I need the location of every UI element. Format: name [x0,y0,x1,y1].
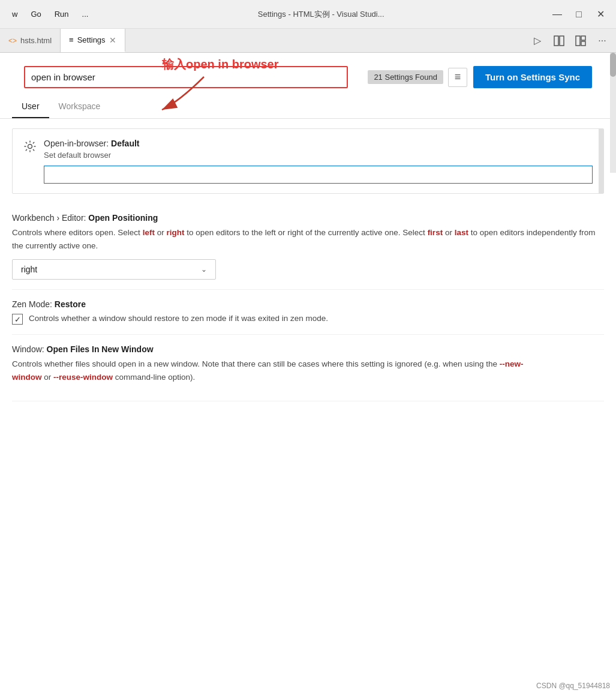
keyword-new-window: --new- [500,359,524,368]
zen-checkbox-row: ✓ Controls whether a window should resto… [12,313,604,325]
tab-settings[interactable]: ≡ Settings ✕ [61,29,125,52]
setting-desc-positioning: Controls where editors open. Select left… [12,226,604,252]
run-button[interactable]: ▷ [528,32,546,50]
setting-card-body: Open-in-browser: Default Set default bro… [44,139,593,184]
settings-found-area: 21 Settings Found ≡ [368,68,467,87]
positioning-dropdown[interactable]: right ⌄ [12,259,216,280]
zen-checkbox[interactable]: ✓ [12,314,23,325]
keyword-window: window [12,373,42,382]
setting-desc-new-window: Controls whether files should open in a … [12,358,604,383]
tab-user[interactable]: User [12,95,49,118]
title-bar: w Go Run ... Settings - HTML实例 - Visual … [0,0,616,29]
keyword-left: left [143,228,155,237]
tab-bar: <> hsts.html ≡ Settings ✕ ▷ ··· [0,29,616,53]
scrollbar-indicator [599,129,603,193]
keyword-first: first [428,228,443,237]
menu-more[interactable]: ... [76,7,95,21]
menu-w[interactable]: w [6,7,23,21]
keyword-reuse-window: --reuse-window [53,373,113,382]
layout-button[interactable] [550,32,568,50]
setting-title-zen: Zen Mode: Restore [12,299,604,309]
minimize-button[interactable]: — [548,5,567,24]
tab-actions: ▷ ··· [524,32,616,50]
filter-icon[interactable]: ≡ [448,68,467,87]
menu-go[interactable]: Go [25,7,47,21]
menu-bar: w Go Run ... [6,7,94,21]
settings-content: Open-in-browser: Default Set default bro… [0,119,616,411]
tab-hsts-icon: <> [8,37,17,45]
dropdown-arrow-icon: ⌄ [201,265,207,274]
menu-run[interactable]: Run [49,7,75,21]
search-bar: 21 Settings Found ≡ Turn on Settings Syn… [12,59,604,95]
watermark: CSDN @qq_51944818 [536,682,610,690]
annotation-text-en: open in browser [186,58,278,71]
svg-point-6 [28,145,32,149]
setting-zen-mode: Zen Mode: Restore ✓ Controls whether a w… [12,290,604,335]
scrollbar-track[interactable] [610,53,616,173]
sync-button[interactable]: Turn on Settings Sync [473,66,592,88]
setting-card-header: Open-in-browser: Default Set default bro… [23,139,593,184]
svg-rect-2 [576,36,580,46]
svg-rect-3 [581,36,585,40]
settings-tabs: User Workspace [0,95,616,119]
tab-settings-label: Settings [77,35,106,44]
keyword-last: last [455,228,468,237]
svg-rect-1 [560,36,564,46]
tab-hsts[interactable]: <> hsts.html [0,29,61,52]
setting-input-open-in-browser[interactable] [44,166,593,184]
tab-settings-icon: ≡ [69,35,74,44]
annotation-text: 输入open in browser [162,56,278,73]
checkbox-check-icon: ✓ [14,315,21,324]
scrollbar-thumb[interactable] [610,53,616,77]
svg-rect-0 [554,36,558,46]
setting-title-positioning: Workbench › Editor: Open Positioning [12,213,604,223]
more-button[interactable]: ··· [593,32,611,50]
annotation-area: 输入open in browser 21 Settings Found ≡ Tu… [0,53,616,95]
close-button[interactable]: ✕ [591,5,610,24]
tab-settings-close[interactable]: ✕ [109,36,116,44]
setting-gear-icon [23,140,37,156]
settings-tab-group: User Workspace [12,95,110,118]
setting-desc-open-in-browser: Set default browser [44,151,593,160]
split-button[interactable] [572,32,590,50]
setting-title-open-in-browser: Open-in-browser: Default [44,139,593,148]
settings-found-badge: 21 Settings Found [368,70,443,84]
setting-title-new-window: Window: Open Files In New Window [12,344,604,354]
keyword-right: right [166,228,184,237]
zen-checkbox-label: Controls whether a window should restore… [29,313,328,325]
tab-workspace[interactable]: Workspace [49,95,110,118]
dropdown-value: right [21,265,37,274]
setting-open-positioning: Workbench › Editor: Open Positioning Con… [12,203,604,290]
setting-open-files-new-window: Window: Open Files In New Window Control… [12,335,604,401]
setting-open-in-browser: Open-in-browser: Default Set default bro… [12,128,604,194]
maximize-button[interactable]: □ [569,5,588,24]
window-title: Settings - HTML实例 - Visual Studi... [94,9,548,20]
tab-hsts-label: hsts.html [20,36,52,45]
window-controls: — □ ✕ [548,5,610,24]
svg-rect-4 [581,41,585,46]
